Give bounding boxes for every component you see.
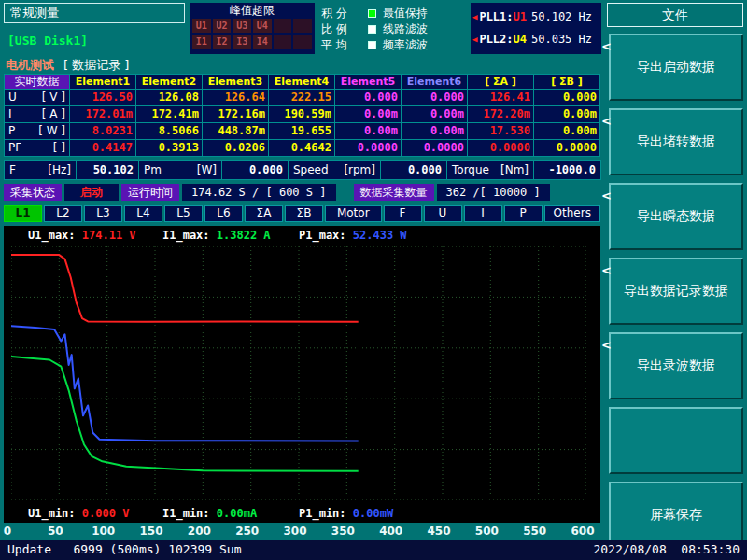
- row-label: I[ A ]: [5, 106, 69, 122]
- x-tick-label: 200: [188, 525, 211, 538]
- mode-breadcrumb: 电机测试 [ 数据记录 ]: [6, 57, 129, 74]
- column-header: Element1: [70, 75, 135, 89]
- tab-l3[interactable]: L3: [84, 205, 122, 222]
- x-tick-label: 500: [475, 525, 499, 538]
- pll-source: U4: [514, 33, 527, 46]
- pll-source: U1: [514, 10, 527, 23]
- row-unit: [ ]: [53, 140, 65, 156]
- indicator-square-icon: [368, 41, 376, 49]
- tab-l1[interactable]: L1: [4, 205, 42, 222]
- trend-plot: [11, 246, 586, 500]
- tab-sigma-a[interactable]: ΣA: [245, 205, 283, 222]
- export-stall-data-button[interactable]: 导出堵转数据: [609, 108, 743, 175]
- peak-indicator: I4: [253, 35, 272, 49]
- indicator-right-label: 线路滤波: [383, 21, 428, 37]
- acq-count-label: 数据采集数量: [354, 184, 434, 201]
- export-waveform-data-button[interactable]: 导出录波数据: [609, 332, 743, 399]
- chart-max-label: I1_max: 1.3822 A: [162, 229, 271, 242]
- datetime: 2022/08/08 08:53:30: [593, 540, 740, 560]
- x-tick-label: 400: [379, 525, 402, 538]
- tab-l2[interactable]: L2: [44, 205, 82, 222]
- table-cell: 0.0000: [534, 140, 599, 156]
- chart-max-label: U1_max: 174.11 V: [28, 229, 136, 242]
- tab-u[interactable]: U: [424, 205, 462, 222]
- tab-sigma-b[interactable]: ΣB: [285, 205, 323, 222]
- chart-min-label: I1_min: 0.00mA: [162, 507, 257, 520]
- row-unit: [ W ]: [38, 123, 65, 139]
- row-name: PF: [8, 140, 21, 156]
- peak-indicator-blank: [274, 19, 292, 33]
- chart-min-label: P1_min: 0.00mW: [299, 507, 393, 520]
- peak-indicator-blank: [274, 35, 292, 49]
- measurement-strip: F[Hz]50.102Pm[W]0.000Speed[rpm]0.000Torq…: [4, 160, 601, 180]
- table-cell: 126.08: [136, 90, 202, 105]
- screen-save-button[interactable]: 屏幕保存: [609, 482, 743, 549]
- meas-unit: [rpm]: [344, 161, 375, 179]
- p1-trace: [11, 326, 359, 441]
- table-cell: 0.0000: [402, 140, 467, 156]
- u1-trace: [11, 255, 359, 322]
- table-cell: 126.50: [70, 90, 135, 105]
- softkey-arrow-icon: <: [601, 338, 612, 352]
- x-tick-label: 300: [283, 525, 306, 538]
- tab-others[interactable]: Others: [544, 205, 601, 222]
- peak-indicator: U1: [192, 19, 211, 33]
- tab-motor[interactable]: Motor: [325, 205, 382, 222]
- tab-l4[interactable]: L4: [124, 205, 162, 222]
- pll-arrow-icon: ◀: [472, 12, 477, 21]
- tab-l5[interactable]: L5: [164, 205, 203, 222]
- table-cell: 0.000: [402, 90, 467, 105]
- table-cell: 8.5066: [136, 123, 202, 139]
- peak-overlimit-title: 峰值超限: [190, 3, 315, 18]
- acq-count-value: 362 /[ 10000 ]: [437, 184, 550, 201]
- column-header: Element5: [335, 75, 401, 89]
- data-record-label: [ 数据记录 ]: [63, 57, 129, 74]
- peak-overlimit-panel: 峰值超限 U1U2U3U4 I1I2I3I4: [190, 3, 315, 54]
- table-cell: 17.530: [468, 123, 533, 139]
- indicator-row: 比 例线路滤波: [321, 21, 467, 37]
- indicator-square-icon: [368, 25, 376, 34]
- softkey-arrow-icon: <: [601, 263, 612, 277]
- table-cell: 0.000: [534, 90, 599, 105]
- meas-value: 0.000: [222, 161, 288, 179]
- table-cell: 190.59m: [269, 106, 334, 122]
- export-transient-data-button[interactable]: 导出瞬态数据: [609, 183, 743, 250]
- indicator-row: 平 均频率滤波: [321, 37, 467, 53]
- chart-min-label-value: 0.00mW: [353, 507, 393, 520]
- tab-p[interactable]: P: [504, 205, 543, 222]
- row-unit: [ A ]: [42, 106, 65, 122]
- meas-name: Torque: [452, 161, 489, 179]
- table-cell: 8.0231: [70, 123, 135, 139]
- chart-max-label-value: 1.3822 A: [217, 229, 271, 242]
- i1-trace: [11, 357, 359, 471]
- x-tick-label: 150: [139, 525, 162, 538]
- peak-indicator-blank: [293, 35, 312, 49]
- pll-value: 50.102 Hz: [531, 10, 592, 23]
- peak-indicator: U4: [253, 19, 272, 33]
- tab-l6[interactable]: L6: [204, 205, 243, 222]
- tab-f[interactable]: F: [384, 205, 422, 222]
- indicator-right-label: 最值保持: [383, 6, 428, 21]
- export-start-data-button[interactable]: 导出启动数据: [609, 34, 743, 101]
- x-tick-label: 450: [427, 525, 450, 538]
- indicator-row: 积 分最值保持: [321, 6, 467, 21]
- table-cell: 0.00m: [402, 123, 467, 139]
- table-cell: 0.00m: [402, 106, 467, 122]
- table-cell: 126.41: [468, 90, 533, 105]
- softkey-arrow-icon: <: [601, 114, 612, 128]
- meas-label: Speed[rpm]: [289, 161, 380, 179]
- peak-indicator: I2: [213, 35, 232, 49]
- table-cell: 0.00m: [335, 106, 401, 122]
- export-datalog-data-button[interactable]: 导出数据记录数据: [609, 258, 743, 325]
- table-cell: 172.16m: [203, 106, 268, 122]
- tab-i[interactable]: I: [464, 205, 502, 222]
- chart-min-label-value: 0.000 V: [82, 507, 130, 520]
- status-bar: Update 6999 (500ms) 102399 Sum 2022/08/0…: [0, 540, 747, 560]
- meas-unit: [Hz]: [48, 161, 71, 179]
- table-cell: 19.655: [269, 123, 334, 139]
- column-header: [ ΣB ]: [534, 75, 599, 89]
- pll-value: 50.035 Hz: [531, 33, 592, 46]
- indicator-left-label: 积 分: [321, 6, 366, 21]
- row-name: U: [8, 90, 17, 105]
- file-button[interactable]: 文件: [607, 3, 743, 27]
